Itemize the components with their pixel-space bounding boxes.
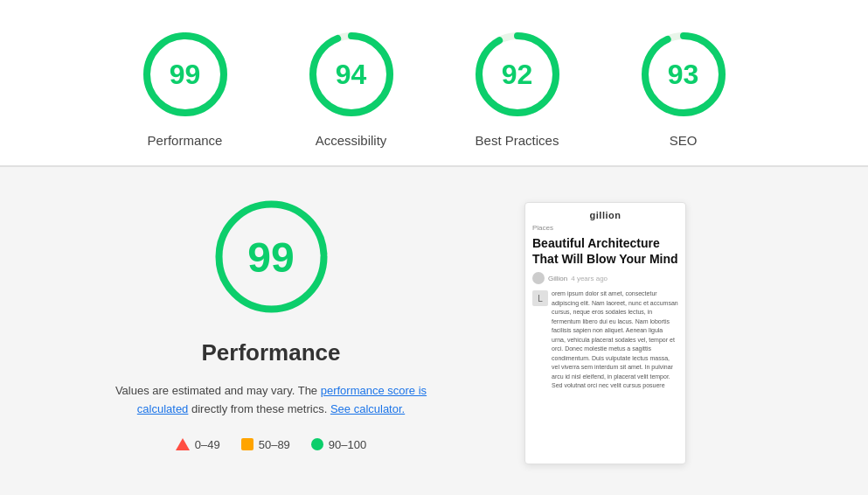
green-circle-icon	[311, 438, 323, 450]
legend-item-orange: 50–89	[241, 438, 290, 451]
preview-title: Beautiful Architecture That Will Blow Yo…	[525, 234, 685, 272]
circle-seo: 93	[635, 26, 732, 122]
score-label-accessibility: Accessibility	[316, 133, 387, 148]
circle-accessibility: 94	[303, 26, 399, 122]
scores-section: 99 Performance 94 Accessibility 92 Best …	[0, 0, 868, 166]
preview-meta: Gillion 4 years ago	[525, 272, 685, 289]
score-card-performance: 99 Performance	[137, 26, 233, 148]
large-score-circle: 99	[208, 193, 335, 320]
description-mid: directly from these metrics.	[188, 402, 330, 415]
circle-best-practices: 92	[469, 26, 566, 122]
orange-range-label: 50–89	[259, 438, 290, 451]
detail-title: Performance	[202, 339, 341, 366]
detail-description: Values are estimated and may vary. The p…	[105, 382, 437, 419]
preview-content: L orem ipsum dolor sit amet, consectetur…	[525, 289, 685, 398]
website-preview: gillion Places Beautiful Architecture Th…	[524, 202, 686, 464]
red-range-label: 0–49	[195, 438, 220, 451]
score-card-best-practices: 92 Best Practices	[469, 26, 566, 148]
score-value-seo: 93	[668, 59, 699, 91]
legend-item-red: 0–49	[176, 438, 220, 451]
calculator-link[interactable]: See calculator.	[330, 402, 405, 415]
preview-brand: gillion	[525, 203, 685, 224]
score-value-accessibility: 94	[336, 59, 367, 91]
preview-date: 4 years ago	[571, 275, 608, 282]
green-range-label: 90–100	[329, 438, 366, 451]
score-label-seo: SEO	[670, 133, 698, 148]
description-prefix: Values are estimated and may vary. The	[115, 384, 321, 397]
detail-left-panel: 99 Performance Values are estimated and …	[52, 193, 490, 451]
score-label-performance: Performance	[148, 133, 223, 148]
preview-category: Places	[525, 224, 685, 234]
score-value-performance: 99	[170, 59, 201, 91]
score-card-seo: 93 SEO	[635, 26, 732, 148]
legend-item-green: 90–100	[311, 438, 366, 451]
score-legend: 0–49 50–89 90–100	[176, 438, 366, 451]
score-card-accessibility: 94 Accessibility	[303, 26, 399, 148]
circle-performance: 99	[137, 26, 233, 122]
preview-body: orem ipsum dolor sit amet, consectetur a…	[552, 289, 678, 391]
preview-letter: L	[532, 290, 548, 306]
orange-square-icon	[241, 438, 253, 450]
large-score-value: 99	[247, 233, 294, 281]
score-label-best-practices: Best Practices	[476, 133, 559, 148]
preview-author: Gillion	[548, 275, 567, 282]
preview-avatar	[532, 272, 545, 284]
score-value-best-practices: 92	[502, 59, 533, 91]
detail-section: 99 Performance Values are estimated and …	[0, 167, 868, 491]
red-triangle-icon	[176, 438, 190, 450]
